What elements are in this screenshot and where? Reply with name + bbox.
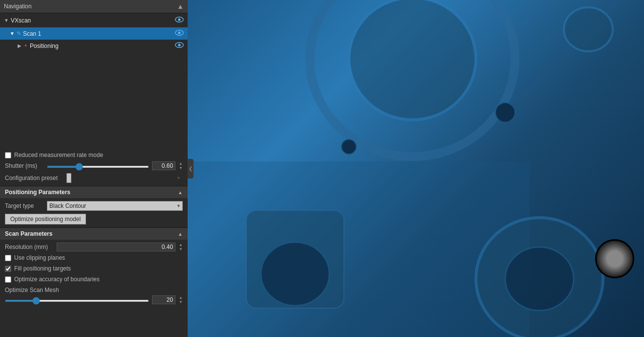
fill-positioning-label: Fill positioning targets [14,265,71,272]
use-clipping-row: Use clipping planes [0,252,188,263]
positioning-params-collapse-icon: ▲ [178,190,183,195]
svg-point-5 [178,44,180,46]
tree-item-vxscan[interactable]: ▼ VXscan [0,13,188,27]
optimize-scan-mesh-spin-down[interactable]: ▼ [179,300,183,304]
config-preset-label: Configuration preset [5,175,64,181]
positioning-params-title: Positioning Parameters [5,189,70,196]
optimize-scan-mesh-label: Optimize Scan Mesh [5,287,59,293]
optimize-scan-mesh-row: 20 ▲ ▼ [0,294,188,306]
positioning-icon: ✦ [23,43,28,49]
optimize-scan-mesh-slider[interactable] [5,300,149,302]
shutter-value-input[interactable]: 0.60 [152,161,175,170]
scan-icon: ✎ [17,30,21,37]
shutter-slider[interactable] [47,166,149,168]
resolution-spin-arrows: ▲ ▼ [179,243,183,251]
target-type-row: Target type Black Contour White Contour … [0,198,188,212]
tree-spacer [0,52,188,150]
resolution-row: Resolution (mm) 0.40 ▲ ▼ [0,240,188,252]
shutter-spin-arrows: ▲ ▼ [179,161,183,170]
tree-item-scan1[interactable]: ▼ ✎ Scan 1 [0,27,188,40]
shutter-spin-up[interactable]: ▲ [179,161,183,166]
eye-icon-positioning[interactable] [175,42,184,50]
navigation-title: Navigation [4,3,32,10]
scan-params-header[interactable]: Scan Parameters ▲ [0,227,188,240]
shutter-spin-down[interactable]: ▼ [179,166,183,170]
navigation-collapse-button[interactable]: ▲ [177,2,184,10]
config-preset-row: Configuration preset [0,172,188,186]
resolution-spin-up[interactable]: ▲ [179,243,183,247]
params-area: Reduced measurement rate mode Shutter (m… [0,150,188,337]
shutter-row: Shutter (ms) 0.60 ▲ ▼ [0,160,188,172]
reduced-measurement-checkbox[interactable] [5,152,11,158]
eye-icon-scan1[interactable] [175,29,184,38]
svg-point-1 [178,18,180,21]
collapse-arrow-icon: ❮ [189,166,193,171]
fill-positioning-row: Fill positioning targets [0,263,188,274]
expand-icon-scan1: ▼ [10,31,15,36]
optimize-scan-mesh-value-input[interactable]: 20 [152,295,175,304]
target-type-select[interactable]: Black Contour White Contour Coded [47,201,183,211]
viewport[interactable]: ❮ [188,0,644,337]
shutter-slider-container [47,162,149,169]
config-preset-select[interactable] [66,173,71,183]
left-panel: Navigation ▲ ▼ VXscan ▼ ✎ Scan 1 [0,0,188,337]
tree-item-positioning[interactable]: ▶ ✦ Positioning [0,40,188,52]
target-type-label: Target type [5,202,44,209]
tree-area: ▼ VXscan ▼ ✎ Scan 1 ▶ ✦ [0,13,188,52]
viewport-background [188,0,644,337]
resolution-value-input[interactable]: 0.40 [57,243,175,251]
fill-positioning-checkbox[interactable] [5,266,11,272]
positioning-params-header[interactable]: Positioning Parameters ▲ [0,186,188,198]
scan1-label: Scan 1 [23,30,41,37]
optimize-accuracy-checkbox[interactable] [5,276,11,283]
positioning-label: Positioning [30,43,59,49]
config-preset-wrapper [66,173,183,183]
resolution-label: Resolution (mm) [5,244,54,250]
reduced-measurement-label: Reduced measurement rate mode [14,152,103,158]
navigation-header: Navigation ▲ [0,0,188,13]
scan-params-collapse-icon: ▲ [178,231,183,237]
expand-icon-positioning: ▶ [18,43,21,48]
use-clipping-checkbox[interactable] [5,255,11,261]
use-clipping-label: Use clipping planes [14,254,65,261]
optimize-scan-mesh-spin-arrows: ▲ ▼ [179,295,183,304]
target-type-select-wrapper: Black Contour White Contour Coded [47,201,183,211]
optimize-scan-mesh-spin-up[interactable]: ▲ [179,295,183,300]
target-overlay [595,239,634,278]
eye-icon-vxscan[interactable] [175,16,184,24]
viewport-collapse-handle[interactable]: ❮ [188,159,193,179]
optimize-accuracy-label: Optimize accuracy of boundaries [14,276,100,283]
svg-point-3 [178,31,180,34]
vxscan-label: VXscan [11,17,31,24]
optimize-positioning-button[interactable]: Optimize positioning model [5,214,86,225]
resolution-spin-down[interactable]: ▼ [179,247,183,251]
expand-icon-vxscan: ▼ [4,18,9,23]
optimize-accuracy-row: Optimize accuracy of boundaries [0,274,188,285]
optimize-scan-mesh-slider-container [5,296,149,303]
optimize-scan-mesh-label-row: Optimize Scan Mesh [0,285,188,294]
shutter-label: Shutter (ms) [5,162,44,169]
reduced-measurement-row: Reduced measurement rate mode [0,150,188,160]
scan-params-title: Scan Parameters [5,230,52,237]
